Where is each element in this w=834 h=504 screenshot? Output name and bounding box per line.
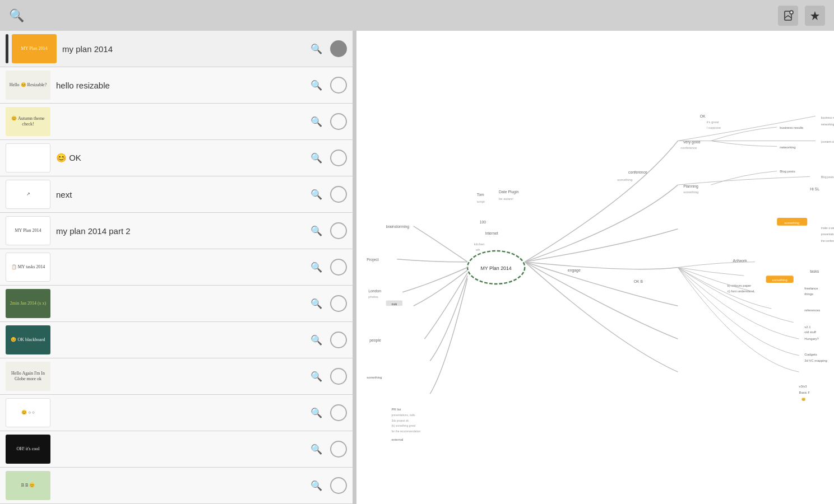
svg-text:networking plans: networking plans — [821, 123, 834, 126]
item-thumbnail — [6, 143, 50, 172]
list-item[interactable]: Hello 😊 Resizable?hello resizable🔍 — [0, 67, 353, 104]
svg-text:something: something — [784, 221, 799, 225]
svg-text:😊: 😊 — [801, 397, 806, 402]
item-actions: 🔍 — [311, 295, 347, 312]
svg-text:conference: conference — [628, 170, 647, 174]
item-thumbnail: MY Plan 2014 — [12, 34, 57, 63]
item-search-button[interactable]: 🔍 — [311, 298, 322, 310]
svg-text:be aware!: be aware! — [499, 197, 513, 200]
item-search-button[interactable]: 🔍 — [311, 225, 322, 237]
item-select-circle[interactable] — [330, 40, 347, 57]
item-thumbnail: 😊 OK blackboard — [6, 325, 50, 354]
svg-text:references: references — [804, 309, 820, 312]
svg-text:kitchen: kitchen — [474, 242, 485, 246]
svg-text:photos: photos — [368, 295, 378, 298]
svg-text:make a website: make a website — [821, 227, 834, 230]
item-select-circle[interactable] — [330, 222, 347, 239]
item-search-button[interactable]: 🔍 — [311, 371, 322, 382]
svg-text:PR list: PR list — [391, 408, 401, 411]
svg-text:presentations for: presentations for — [821, 234, 834, 236]
svg-text:presentations, calls: presentations, calls — [391, 414, 415, 417]
svg-text:conference: conference — [680, 146, 697, 150]
svg-text:OK B: OK B — [634, 279, 643, 283]
svg-text:I suppose: I suppose — [706, 126, 720, 129]
item-select-circle[interactable] — [330, 368, 347, 385]
item-search-button[interactable]: 🔍 — [311, 152, 322, 164]
item-select-circle[interactable] — [330, 477, 347, 494]
list-item[interactable]: B B 😊🔍 — [0, 468, 353, 504]
star-button[interactable] — [805, 6, 825, 26]
mind-map-area[interactable]: MY Plan 2014 very good conference Planni… — [356, 31, 834, 504]
item-search-button[interactable]: 🔍 — [311, 444, 322, 455]
svg-text:the conference: the conference — [821, 240, 834, 242]
search-icon[interactable]: 🔍 — [9, 8, 24, 23]
list-item[interactable]: 2min Jan 2014 (x x)🔍 — [0, 286, 353, 322]
svg-text:(b) something great: (b) something great — [391, 424, 415, 427]
item-thumbnail: 2min Jan 2014 (x x) — [6, 289, 50, 318]
svg-text:tasks: tasks — [810, 269, 819, 273]
item-actions: 🔍 — [311, 113, 347, 130]
svg-text:business results: business results — [780, 126, 803, 129]
item-thumbnail: Hello 😊 Resizable? — [6, 71, 50, 100]
svg-text:Basic F: Basic F — [799, 391, 810, 394]
svg-text:Gadgets: Gadgets — [804, 353, 817, 356]
item-search-button[interactable]: 🔍 — [311, 480, 322, 492]
item-search-button[interactable]: 🔍 — [311, 262, 322, 273]
svg-text:3d VC mapping: 3d VC mapping — [804, 360, 827, 363]
item-select-circle[interactable] — [330, 186, 347, 203]
svg-text:100: 100 — [480, 220, 486, 224]
list-item[interactable]: MY Plan 2014my plan 2014 part 2🔍 — [0, 213, 353, 249]
item-search-button[interactable]: 🔍 — [311, 116, 322, 128]
svg-text:networking: networking — [780, 146, 795, 149]
list-item[interactable]: MY Plan 2014my plan 2014🔍 — [0, 31, 353, 67]
list-item[interactable]: 😊 OK🔍 — [0, 140, 353, 176]
item-label: my plan 2014 part 2 — [56, 226, 306, 236]
svg-text:3ds project ok: 3ds project ok — [391, 419, 409, 422]
svg-text:Tom: Tom — [477, 193, 484, 197]
list-item[interactable]: 😊 ○ ○🔍 — [0, 395, 353, 431]
svg-text:Date Plugin: Date Plugin — [499, 190, 519, 194]
item-search-button[interactable]: 🔍 — [311, 334, 322, 346]
item-actions: 🔍 — [311, 404, 347, 421]
item-search-button[interactable]: 🔍 — [311, 80, 322, 91]
svg-text:MY Plan 2014: MY Plan 2014 — [480, 265, 511, 271]
list-item[interactable]: 😊 Autumn theme check!🔍 — [0, 104, 353, 140]
item-thumbnail: B B 😊 — [6, 471, 50, 500]
svg-text:mob: mob — [392, 303, 397, 306]
item-search-button[interactable]: 🔍 — [311, 407, 322, 419]
svg-marker-4 — [810, 11, 819, 20]
list-item[interactable]: Hello Again I'm In Globe more ok🔍 — [0, 358, 353, 395]
list-item[interactable]: ↗next🔍 — [0, 176, 353, 213]
item-thumbnail: 📋 MY tasks 2014 — [6, 253, 50, 282]
item-select-circle[interactable] — [330, 259, 347, 276]
item-select-circle[interactable] — [330, 295, 347, 312]
sidebar: MY Plan 2014my plan 2014🔍Hello 😊 Resizab… — [0, 31, 353, 504]
main-content: MY Plan 2014my plan 2014🔍Hello 😊 Resizab… — [0, 31, 834, 504]
item-thumbnail: 😊 Autumn theme check! — [6, 107, 50, 136]
item-select-circle[interactable] — [330, 77, 347, 94]
list-item[interactable]: 😊 OK blackboard🔍 — [0, 322, 353, 358]
item-select-circle[interactable] — [330, 113, 347, 130]
svg-text:Project: Project — [367, 258, 378, 262]
svg-text:Internet: Internet — [485, 231, 498, 235]
svg-text:old stuff: old stuff — [804, 330, 816, 334]
svg-text:engage: engage — [568, 268, 581, 273]
svg-text:Hungary?: Hungary? — [804, 337, 819, 340]
item-label: 😊 OK — [56, 153, 306, 163]
item-select-circle[interactable] — [330, 332, 347, 348]
item-search-button[interactable]: 🔍 — [311, 43, 322, 55]
top-bar: 🔍 — [0, 0, 834, 31]
svg-text:sth: sth — [476, 248, 480, 251]
item-select-circle[interactable] — [330, 441, 347, 458]
item-actions: 🔍 — [311, 332, 347, 348]
item-select-circle[interactable] — [330, 150, 347, 166]
item-search-button[interactable]: 🔍 — [311, 189, 322, 200]
list-item[interactable]: OH! it's cool🔍 — [0, 431, 353, 468]
svg-text:something: something — [617, 178, 632, 181]
svg-text:OK: OK — [700, 114, 706, 118]
bookmark-button[interactable] — [778, 6, 798, 26]
svg-text:Blog posts: Blog posts — [821, 176, 834, 179]
list-item[interactable]: 📋 MY tasks 2014🔍 — [0, 249, 353, 286]
item-select-circle[interactable] — [330, 404, 347, 421]
item-actions: 🔍 — [311, 259, 347, 276]
